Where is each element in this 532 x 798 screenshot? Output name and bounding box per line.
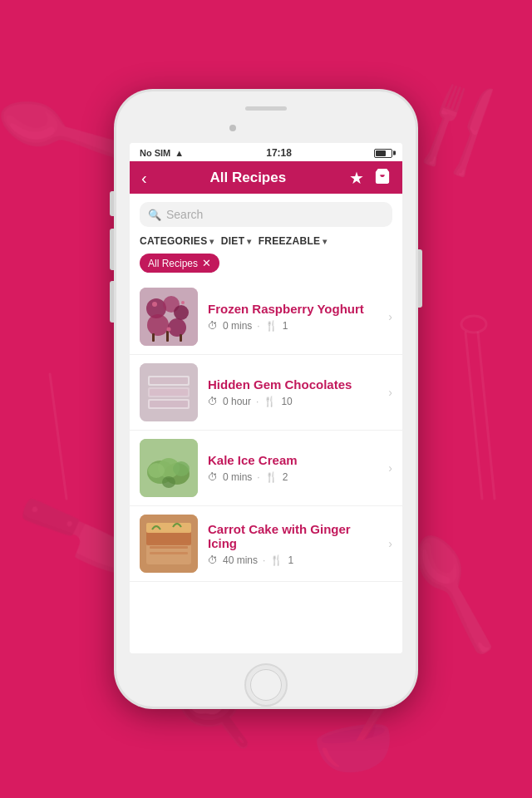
battery-icon [374, 149, 392, 158]
svg-rect-18 [180, 334, 182, 342]
svg-rect-27 [150, 389, 188, 396]
recipe-thumbnail [140, 515, 198, 573]
wifi-icon: ▲ [175, 148, 184, 158]
recipe-servings: 1 [288, 554, 293, 566]
svg-text:🥣: 🥣 [306, 695, 401, 787]
freezable-filter-button[interactable]: FREEZABLE ▾ [259, 235, 328, 247]
search-icon: 🔍 [148, 209, 161, 221]
search-placeholder[interactable]: Search [166, 208, 203, 221]
meta-separator: · [263, 554, 265, 566]
status-time: 17:18 [266, 147, 292, 159]
recipe-meta: ⏱ 0 mins · 🍴 2 [208, 471, 378, 483]
servings-icon: 🍴 [264, 396, 276, 407]
meta-separator: · [257, 320, 259, 332]
nav-left-actions: ‹ [141, 170, 147, 186]
svg-rect-38 [146, 531, 191, 545]
meta-separator: · [256, 396, 259, 407]
recipe-time: 0 mins [223, 320, 252, 332]
recipe-meta: ⏱ 40 mins · 🍴 1 [208, 554, 378, 566]
svg-point-15 [168, 318, 186, 337]
diet-filter-button[interactable]: DIET ▾ [221, 235, 252, 247]
diet-chevron-icon: ▾ [247, 237, 251, 246]
clock-icon: ⏱ [208, 471, 218, 483]
active-tag-label: All Recipes [148, 258, 198, 269]
recipe-name: Frozen Raspberry Yoghurt [208, 302, 378, 316]
favorite-button[interactable]: ★ [349, 170, 364, 186]
volume-down-button [110, 281, 114, 323]
recipe-name: Hidden Gem Chocolates [208, 377, 378, 392]
recipe-meta: ⏱ 0 hour · 🍴 10 [208, 396, 378, 407]
freezable-label: FREEZABLE [259, 235, 321, 247]
svg-point-14 [147, 314, 169, 336]
recipe-chevron-icon: › [388, 386, 392, 399]
svg-point-13 [174, 305, 189, 320]
recipe-servings: 2 [283, 471, 288, 483]
recipe-item[interactable]: Hidden Gem Chocolates ⏱ 0 hour · 🍴 10 › [130, 355, 402, 431]
svg-line-6 [466, 332, 482, 499]
cart-button[interactable] [374, 168, 391, 187]
recipe-thumbnail [140, 288, 198, 346]
servings-icon: 🍴 [265, 320, 278, 332]
clock-icon: ⏱ [208, 396, 218, 407]
recipe-info: Frozen Raspberry Yoghurt ⏱ 0 mins · 🍴 1 [208, 302, 378, 332]
front-camera [229, 125, 236, 131]
svg-line-8 [50, 374, 66, 499]
recipe-list: Frozen Raspberry Yoghurt ⏱ 0 mins · 🍴 1 … [130, 279, 402, 582]
status-bar: No SIM ▲ 17:18 [130, 143, 402, 161]
battery-fill [376, 150, 386, 156]
screen: No SIM ▲ 17:18 ‹ All Recipes ★ [130, 143, 402, 653]
svg-point-34 [173, 461, 190, 476]
recipe-servings: 1 [283, 320, 288, 332]
svg-point-19 [152, 302, 157, 307]
speaker-grille [245, 106, 287, 111]
svg-rect-17 [166, 331, 169, 342]
recipe-item[interactable]: Frozen Raspberry Yoghurt ⏱ 0 mins · 🍴 1 … [130, 279, 402, 355]
freezable-chevron-icon: ▾ [323, 237, 327, 246]
recipe-time: 0 hour [223, 396, 251, 407]
carrier-label: No SIM [140, 148, 170, 158]
search-bar[interactable]: 🔍 Search [140, 202, 392, 227]
categories-chevron-icon: ▾ [209, 237, 214, 246]
active-tags: All Recipes ✕ [130, 254, 402, 279]
recipe-chevron-icon: › [388, 461, 392, 475]
all-recipes-tag[interactable]: All Recipes ✕ [140, 254, 219, 273]
svg-point-35 [162, 476, 175, 488]
svg-point-21 [167, 328, 171, 332]
categories-filter-button[interactable]: CATEGORIES ▾ [140, 235, 214, 247]
back-button[interactable]: ‹ [141, 170, 147, 186]
recipe-item[interactable]: Kale Ice Cream ⏱ 0 mins · 🍴 2 › [130, 431, 402, 506]
recipe-chevron-icon: › [388, 537, 392, 550]
status-left: No SIM ▲ [140, 148, 184, 158]
svg-rect-28 [150, 401, 188, 407]
recipe-info: Hidden Gem Chocolates ⏱ 0 hour · 🍴 10 [208, 377, 378, 407]
recipe-meta: ⏱ 0 mins · 🍴 1 [208, 320, 378, 332]
svg-rect-41 [150, 552, 188, 554]
recipe-item[interactable]: Carrot Cake with Ginger Icing ⏱ 40 mins … [130, 506, 402, 582]
volume-up-button [110, 229, 114, 270]
power-button [418, 249, 422, 308]
nav-title: All Recipes [210, 170, 287, 186]
svg-rect-26 [150, 377, 188, 384]
categories-label: CATEGORIES [140, 235, 207, 247]
clock-icon: ⏱ [208, 320, 218, 332]
recipe-info: Kale Ice Cream ⏱ 0 mins · 🍴 2 [208, 453, 378, 483]
nav-right-actions: ★ [349, 168, 391, 187]
recipe-time: 0 mins [223, 471, 252, 483]
nav-bar: ‹ All Recipes ★ [130, 161, 402, 194]
diet-label: DIET [221, 235, 245, 247]
recipe-name: Carrot Cake with Ginger Icing [208, 522, 378, 550]
recipe-servings: 10 [281, 396, 292, 407]
search-container: 🔍 Search [130, 194, 402, 232]
clock-icon: ⏱ [208, 554, 218, 566]
home-button[interactable] [244, 663, 288, 707]
phone-top-bar [116, 106, 416, 111]
recipe-time: 40 mins [223, 554, 258, 566]
svg-line-7 [478, 332, 495, 499]
recipe-info: Carrot Cake with Ginger Icing ⏱ 40 mins … [208, 522, 378, 566]
servings-icon: 🍴 [270, 554, 283, 566]
tag-close-icon[interactable]: ✕ [202, 257, 211, 269]
svg-point-20 [181, 301, 185, 304]
filter-row: CATEGORIES ▾ DIET ▾ FREEZABLE ▾ [130, 232, 402, 254]
recipe-thumbnail [140, 363, 198, 421]
recipe-name: Kale Ice Cream [208, 453, 378, 467]
